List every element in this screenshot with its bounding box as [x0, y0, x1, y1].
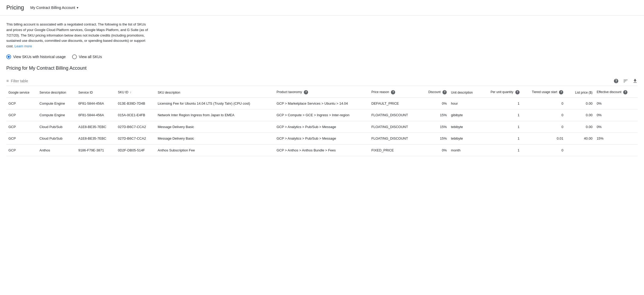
- filter-label: Filter table: [11, 79, 28, 83]
- col-header-sku-description: SKU description: [155, 87, 274, 98]
- cell-unit_description: month: [449, 144, 481, 156]
- section-title: Pricing for My Contract Billing Account: [6, 65, 638, 71]
- cell-effective_discount: 0%: [595, 121, 638, 133]
- cell-price_reason: FLOATING_DISCOUNT: [369, 133, 421, 145]
- table-row: GCPCloud Pub/SubA1E8-BE35-7EBC027D-B6C7-…: [6, 121, 638, 133]
- cell-sku_description: Anthos Subscription Fee: [155, 144, 274, 156]
- price-reason-help-icon[interactable]: ?: [391, 90, 395, 94]
- cell-product_taxonomy: GCP > Analytics > Pub/Sub > Message: [274, 133, 369, 145]
- cell-list_price: 0.00: [565, 121, 595, 133]
- cell-sku_description: Message Delivery Basic: [155, 133, 274, 145]
- cell-per_unit_quantity: 1: [481, 98, 522, 109]
- cell-service_id: A1E8-BE35-7EBC: [76, 121, 116, 133]
- cell-service_id: 9186-F79E-3871: [76, 144, 116, 156]
- cell-sku_id: 027D-B6C7-CCA2: [116, 133, 155, 145]
- col-header-discount: Discount ?: [421, 87, 449, 98]
- product-taxonomy-help-icon[interactable]: ?: [304, 90, 308, 94]
- cell-service_description: Compute Engine: [37, 98, 76, 109]
- cell-per_unit_quantity: 1: [481, 109, 522, 121]
- cell-service_description: Anthos: [37, 144, 76, 156]
- cell-sku_description: Licensing Fee for Ubuntu 14.04 LTS (Trus…: [155, 98, 274, 109]
- info-section: This billing account is associated with …: [6, 22, 148, 49]
- learn-more-link[interactable]: Learn more: [14, 44, 32, 48]
- cell-list_price: [565, 144, 595, 156]
- table-row: GCPCloud Pub/SubA1E8-BE35-7EBC027D-B6C7-…: [6, 133, 638, 145]
- cell-discount: 0%: [421, 144, 449, 156]
- radio-historical[interactable]: View SKUs with historical usage: [6, 54, 66, 59]
- cell-price_reason: FLOATING_DISCOUNT: [369, 121, 421, 133]
- table-row: GCPAnthos9186-F79E-38710D2F-DB05-514FAnt…: [6, 144, 638, 156]
- cell-google_service: GCP: [6, 121, 37, 133]
- cell-sku_id: 027D-B6C7-CCA2: [116, 121, 155, 133]
- view-options: View SKUs with historical usage View all…: [6, 54, 638, 59]
- cell-service_description: Cloud Pub/Sub: [37, 121, 76, 133]
- cell-discount: 15%: [421, 121, 449, 133]
- main-content: This billing account is associated with …: [0, 16, 644, 162]
- radio-empty-icon: [72, 54, 77, 59]
- account-label: My Contract Billing Account: [30, 6, 75, 10]
- cell-google_service: GCP: [6, 98, 37, 109]
- sort-icon: ↑: [130, 91, 131, 94]
- per-unit-help-icon[interactable]: ?: [515, 90, 520, 94]
- download-button[interactable]: [632, 78, 638, 84]
- discount-help-icon[interactable]: ?: [442, 90, 447, 94]
- cell-google_service: GCP: [6, 109, 37, 121]
- help-button[interactable]: [613, 78, 619, 84]
- radio-all-label: View all SKUs: [79, 55, 102, 59]
- cell-effective_discount: 15%: [595, 133, 638, 145]
- cell-tiered_usage_start: 0: [522, 109, 566, 121]
- page-title: Pricing: [6, 4, 24, 11]
- col-header-product-taxonomy: Product taxonomy ?: [274, 87, 369, 98]
- cell-list_price: 0.00: [565, 98, 595, 109]
- cell-list_price: 0.00: [565, 109, 595, 121]
- toolbar-actions: [613, 78, 638, 84]
- cell-service_id: A1E8-BE35-7EBC: [76, 133, 116, 145]
- columns-button[interactable]: [623, 78, 628, 84]
- cell-discount: 15%: [421, 133, 449, 145]
- cell-effective_discount: 0%: [595, 98, 638, 109]
- cell-list_price: 40.00: [565, 133, 595, 145]
- cell-google_service: GCP: [6, 144, 37, 156]
- cell-discount: 0%: [421, 98, 449, 109]
- col-header-effective-discount: Effective discount ?: [595, 87, 638, 98]
- radio-all-skus[interactable]: View all SKUs: [72, 54, 102, 59]
- cell-price_reason: FLOATING_DISCOUNT: [369, 109, 421, 121]
- pricing-table: Google service Service description Servi…: [6, 87, 638, 156]
- cell-product_taxonomy: GCP > Compute > GCE > Ingress > Inter-re…: [274, 109, 369, 121]
- chevron-down-icon: ▼: [76, 6, 79, 9]
- col-header-google-service: Google service: [6, 87, 37, 98]
- col-header-price-reason: Price reason ?: [369, 87, 421, 98]
- cell-unit_description: hour: [449, 98, 481, 109]
- cell-unit_description: gibibyte: [449, 109, 481, 121]
- cell-discount: 15%: [421, 109, 449, 121]
- account-selector[interactable]: My Contract Billing Account ▼: [28, 4, 81, 11]
- filter-area[interactable]: ≡ Filter table: [6, 79, 28, 83]
- cell-tiered_usage_start: 0: [522, 98, 566, 109]
- col-header-tiered-usage-start: Tiered usage start ?: [522, 87, 566, 98]
- cell-product_taxonomy: GCP > Anthos > Anthos Bundle > Fees: [274, 144, 369, 156]
- cell-sku_id: 0D2F-DB05-514F: [116, 144, 155, 156]
- radio-filled-icon: [6, 54, 11, 59]
- cell-sku_id: 015A-0CE1-E4FB: [116, 109, 155, 121]
- table-header-row: Google service Service description Servi…: [6, 87, 638, 98]
- filter-icon: ≡: [6, 79, 9, 83]
- table-row: GCPCompute Engine6F81-5844-456A015A-0CE1…: [6, 109, 638, 121]
- table-toolbar: ≡ Filter table: [6, 76, 638, 86]
- cell-sku_id: 013E-B39D-7D4B: [116, 98, 155, 109]
- col-header-unit-description: Unit description: [449, 87, 481, 98]
- cell-sku_description: Network Inter Region Ingress from Japan …: [155, 109, 274, 121]
- col-header-list-price: List price ($): [565, 87, 595, 98]
- cell-per_unit_quantity: 1: [481, 144, 522, 156]
- cell-service_description: Compute Engine: [37, 109, 76, 121]
- cell-per_unit_quantity: 1: [481, 133, 522, 145]
- col-header-sku-id[interactable]: SKU ID ↑: [116, 87, 155, 98]
- cell-unit_description: tebibyte: [449, 121, 481, 133]
- cell-service_id: 6F81-5844-456A: [76, 98, 116, 109]
- cell-product_taxonomy: GCP > Analytics > Pub/Sub > Message: [274, 121, 369, 133]
- cell-service_id: 6F81-5844-456A: [76, 109, 116, 121]
- effective-discount-help-icon[interactable]: ?: [623, 90, 627, 94]
- cell-price_reason: FIXED_PRICE: [369, 144, 421, 156]
- col-header-service-description: Service description: [37, 87, 76, 98]
- tiered-usage-help-icon[interactable]: ?: [559, 90, 563, 94]
- col-header-per-unit-quantity: Per unit quantity ?: [481, 87, 522, 98]
